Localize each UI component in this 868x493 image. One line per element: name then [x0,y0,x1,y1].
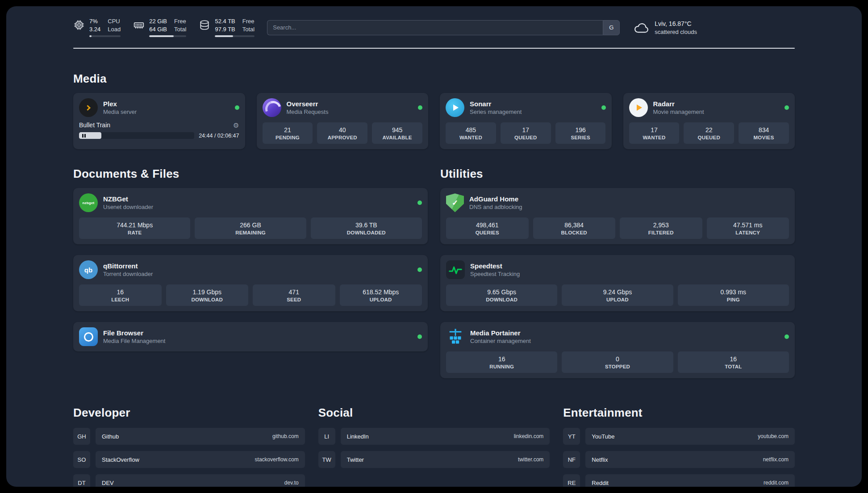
ram-free-label: Free [174,18,186,25]
bookmark-abbr[interactable]: NF [563,451,580,468]
stat-label: RATE [81,230,188,235]
stat-value: 47.571 ms [709,221,788,229]
search-engine-button[interactable]: G [603,20,620,35]
cpu-usage-bar [89,35,121,37]
disk-widget: 52.4 TB 97.9 TB Free Total [199,18,255,37]
utilities-section: Utilities ✓ AdGuard Home DNS and adblock… [440,167,795,378]
stat-value: 9.24 Gbps [563,288,671,296]
bookmark-abbr[interactable]: LI [318,428,335,445]
bookmark-name: Reddit [592,480,609,486]
bookmark-group-entertainment: Entertainment YT YouTube youtube.com NF … [563,406,795,487]
ram-widget: 22 GiB 64 GiB Free Total [133,18,186,37]
app-card-nzbget[interactable]: nzbget NZBGet Usenet downloader 744.21 M… [73,188,428,244]
stat-tile: 945AVAILABLE [372,122,422,144]
bookmark-link[interactable]: Github github.com [96,428,305,445]
dashboard: 7% 3.24 CPU Load 22 GiB [6,6,862,487]
stat-value: 39.6 TB [313,221,420,229]
section-title-documents: Documents & Files [73,167,428,181]
topbar-divider [73,48,795,49]
app-name: Radarr [653,100,704,108]
bookmark-abbr[interactable]: TW [318,451,335,468]
app-subtitle: Series management [470,109,522,115]
stat-label: RUNNING [448,364,555,369]
media-section: Media Plex Media server Bullet Train ⚙ [73,72,795,149]
nzbget-icon: nzbget [79,193,98,212]
stat-value: 21 [264,126,311,134]
app-subtitle: Media Requests [287,109,329,115]
bookmark-name: Github [102,433,119,440]
stat-tile: 471SEED [253,284,335,306]
bookmark-link[interactable]: YouTube youtube.com [585,428,795,445]
disk-usage-bar-fill [215,35,233,37]
app-card-header: Radarr Movie management [629,98,789,117]
stat-label: SEED [255,297,334,302]
bookmark-link[interactable]: Netflix netflix.com [585,451,795,468]
app-card-plex[interactable]: Plex Media server Bullet Train ⚙ [73,93,245,149]
bookmark-link[interactable]: DEV dev.to [96,474,305,487]
bookmark-group-developer: Developer GH Github github.com SO StackO… [73,406,305,487]
stat-tile: 21PENDING [263,122,313,144]
disk-total-value: 97.9 TB [215,26,235,33]
qbittorrent-icon: qb [79,260,98,279]
app-card-speedtest[interactable]: Speedtest Speedtest Tracking 9.65 GbpsDO… [440,255,795,311]
app-subtitle: Movie management [653,109,704,115]
playback-progress-bar[interactable] [79,132,194,139]
ram-total-value: 64 GiB [149,26,167,33]
app-card-adguard[interactable]: ✓ AdGuard Home DNS and adblocking 498,46… [440,188,795,244]
bookmark-url: linkedin.com [514,433,544,439]
stat-label: WANTED [631,135,678,140]
bookmark-abbr[interactable]: DT [73,474,90,487]
bookmark-link[interactable]: LinkedIn linkedin.com [341,428,550,445]
cpu-widget: 7% 3.24 CPU Load [73,18,121,37]
app-card-filebrowser[interactable]: File Browser Media File Management [73,322,428,351]
status-dot [417,267,422,272]
stat-value: 471 [255,288,334,296]
stat-value: 618.52 Mbps [342,288,421,296]
stat-tile: 22QUEUED [684,122,734,144]
ram-free-value: 22 GiB [149,18,167,25]
stat-label: APPROVED [319,135,366,140]
stat-value: 40 [319,126,366,134]
app-card-overseerr[interactable]: Overseerr Media Requests 21PENDING 40APP… [257,93,429,149]
stat-label: DOWNLOAD [168,297,247,302]
app-subtitle: Torrent downloader [103,271,153,277]
stat-label: BLOCKED [535,230,614,235]
app-name: Media Portainer [470,329,531,337]
app-card-header: nzbget NZBGet Usenet downloader [79,193,422,212]
app-card-header: Speedtest Speedtest Tracking [446,260,789,279]
search-input[interactable] [267,20,603,35]
bookmark-link[interactable]: Twitter twitter.com [341,451,550,468]
app-card-qbittorrent[interactable]: qb qBittorrent Torrent downloader 16LEEC… [73,255,428,311]
bookmark-abbr[interactable]: YT [563,428,580,445]
bookmark-link[interactable]: Reddit reddit.com [585,474,795,487]
stat-tile: 266 GBREMAINING [195,217,306,239]
app-card-sonarr[interactable]: Sonarr Series management 485WANTED 17QUE… [440,93,612,149]
stat-label: QUERIES [448,230,527,235]
app-subtitle: Media File Management [103,338,165,344]
bookmark-abbr[interactable]: RE [563,474,580,487]
bookmark-abbr[interactable]: SO [73,451,90,468]
app-card-header: Sonarr Series management [446,98,606,117]
stat-label: QUEUED [502,135,549,140]
stat-value: 485 [447,126,494,134]
stat-label: UPLOAD [342,297,421,302]
stat-label: FILTERED [622,230,701,235]
stat-label: SERIES [557,135,604,140]
bookmark-link[interactable]: StackOverflow stackoverflow.com [96,451,305,468]
stat-label: MOVIES [740,135,787,140]
app-name: File Browser [103,329,165,337]
stats-row: 17WANTED 22QUEUED 834MOVIES [629,122,789,144]
pause-icon[interactable] [82,134,86,138]
stat-tile: 485WANTED [446,122,496,144]
bookmark-stackoverflow: SO StackOverflow stackoverflow.com [73,451,305,468]
gear-icon[interactable]: ⚙ [233,122,239,129]
cpu-chip-icon [73,19,85,31]
bookmark-abbr[interactable]: GH [73,428,90,445]
app-card-header: qb qBittorrent Torrent downloader [79,260,422,279]
stat-tile: 16LEECH [79,284,162,306]
disk-readout: 52.4 TB 97.9 TB Free Total [215,18,255,37]
app-card-radarr[interactable]: Radarr Movie management 17WANTED 22QUEUE… [623,93,795,149]
stat-label: DOWNLOAD [448,297,555,302]
stat-label: WANTED [447,135,494,140]
app-card-portainer[interactable]: Media Portainer Container management 16R… [440,322,795,378]
